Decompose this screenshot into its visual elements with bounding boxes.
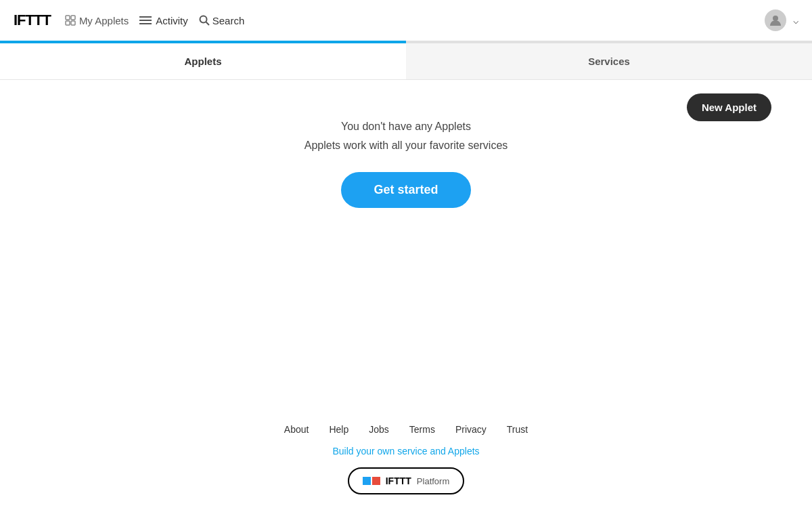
svg-point-9	[773, 16, 778, 21]
tabs: Applets Services	[0, 43, 812, 80]
get-started-button[interactable]: Get started	[341, 172, 470, 208]
search-icon	[199, 15, 210, 26]
platform-logo-blue	[363, 477, 371, 485]
footer-link-terms[interactable]: Terms	[409, 424, 435, 435]
main-content: New Applet You don't have any Applets Ap…	[0, 80, 812, 235]
new-applet-button[interactable]: New Applet	[687, 93, 771, 121]
footer-tagline: Build your own service and Applets	[332, 446, 479, 457]
empty-subtitle: Applets work with all your favorite serv…	[304, 140, 508, 152]
footer-link-help[interactable]: Help	[329, 424, 348, 435]
empty-title: You don't have any Applets	[341, 121, 471, 133]
header: IFTTT My Applets Activity Search	[0, 0, 812, 41]
platform-logo-red	[372, 477, 380, 485]
footer-links: About Help Jobs Terms Privacy Trust	[284, 424, 528, 435]
svg-rect-1	[71, 16, 75, 20]
avatar[interactable]	[765, 9, 786, 31]
footer-link-privacy[interactable]: Privacy	[455, 424, 487, 435]
svg-rect-3	[71, 21, 75, 25]
platform-logo	[363, 477, 380, 485]
platform-button[interactable]: IFTTT Platform	[348, 467, 465, 494]
progress-bar	[0, 41, 812, 43]
menu-icon[interactable]	[139, 16, 152, 25]
progress-fill	[0, 41, 406, 43]
tab-services[interactable]: Services	[406, 43, 812, 79]
svg-point-7	[200, 16, 206, 23]
logo[interactable]: IFTTT	[14, 12, 51, 29]
applets-icon	[64, 14, 76, 26]
activity-link[interactable]: Activity	[156, 15, 188, 26]
search-link[interactable]: Search	[212, 15, 245, 26]
platform-sub: Platform	[417, 476, 449, 486]
footer-link-trust[interactable]: Trust	[507, 424, 528, 435]
footer: About Help Jobs Terms Privacy Trust Buil…	[0, 404, 812, 508]
header-right: ⌵	[765, 9, 798, 31]
chevron-down-icon[interactable]: ⌵	[793, 15, 798, 26]
footer-link-about[interactable]: About	[284, 424, 309, 435]
my-applets-link[interactable]: My Applets	[79, 15, 129, 26]
tab-applets[interactable]: Applets	[0, 43, 406, 79]
svg-rect-2	[66, 21, 70, 25]
svg-rect-0	[66, 16, 70, 20]
platform-brand: IFTTT	[386, 475, 411, 486]
svg-line-8	[206, 22, 209, 26]
footer-link-jobs[interactable]: Jobs	[369, 424, 389, 435]
